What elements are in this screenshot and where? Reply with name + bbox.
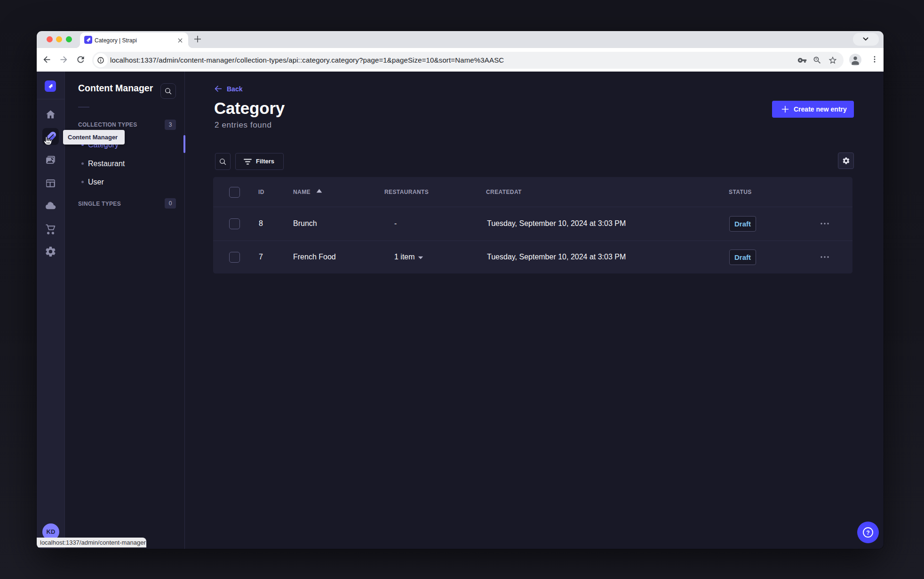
svg-text:?: ? (866, 530, 869, 536)
